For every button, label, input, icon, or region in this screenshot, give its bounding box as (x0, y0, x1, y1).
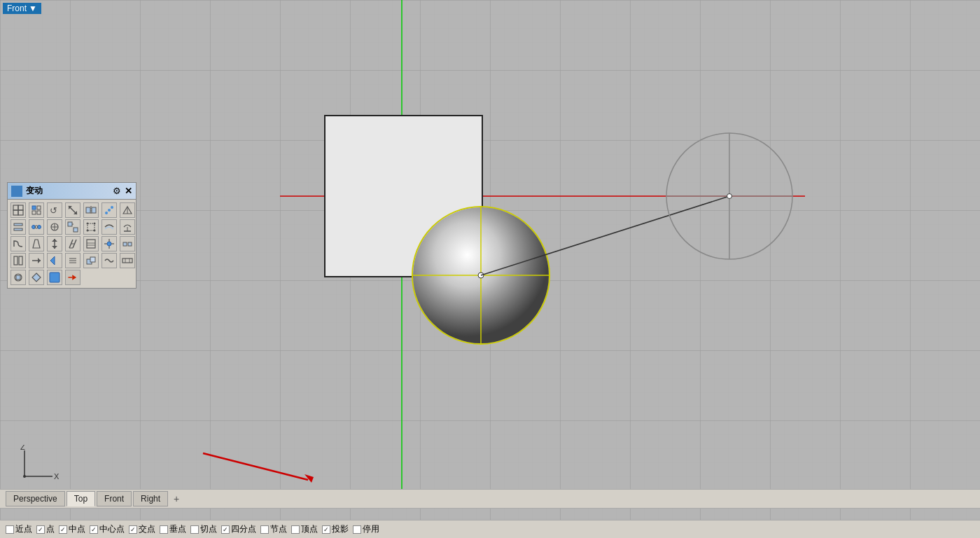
snap-checkbox-垂点[interactable] (160, 525, 168, 534)
snap-item-投影: 投影 (322, 523, 349, 535)
transform-panel: 变动 ⚙ ✕ ↺ (7, 182, 136, 289)
axis-indicator: Z X (10, 445, 59, 485)
transform-panel-close-button[interactable]: ✕ (125, 186, 132, 196)
grid-background (0, 0, 980, 538)
svg-rect-22 (18, 205, 23, 210)
snap-checkbox-切点[interactable] (190, 525, 199, 534)
svg-point-15 (727, 194, 732, 199)
tool-r22[interactable] (10, 253, 26, 268)
transform-panel-title: 变动 (26, 185, 109, 197)
tool-shear[interactable] (65, 236, 80, 251)
svg-marker-62 (52, 246, 57, 249)
tool-taper[interactable] (29, 236, 44, 251)
svg-rect-87 (122, 258, 132, 263)
tool-r30[interactable] (29, 270, 44, 285)
tool-red-arrow[interactable] (65, 270, 80, 285)
svg-rect-49 (68, 222, 72, 226)
snap-item-切点: 切点 (190, 523, 217, 535)
transform-panel-gear-icon[interactable]: ⚙ (113, 186, 121, 196)
svg-rect-75 (123, 242, 127, 246)
svg-point-54 (94, 223, 96, 225)
svg-rect-27 (32, 211, 36, 214)
tool-move[interactable] (29, 202, 44, 218)
tool-cage[interactable] (83, 219, 99, 235)
tool-distribute[interactable] (29, 219, 44, 235)
tool-r29[interactable] (10, 270, 26, 285)
viewport-label[interactable]: Front ▼ (3, 3, 41, 14)
snap-label-顶点: 顶点 (301, 523, 318, 535)
tool-r27[interactable] (102, 253, 117, 268)
tool-r25[interactable] (65, 253, 80, 268)
tool-r26[interactable] (83, 253, 99, 268)
tool-stretch[interactable] (47, 236, 62, 251)
tool-flow[interactable] (102, 219, 117, 235)
svg-point-36 (105, 212, 108, 214)
svg-rect-26 (37, 206, 41, 209)
snap-item-四分点: 四分点 (221, 523, 256, 535)
svg-rect-41 (14, 223, 22, 226)
svg-line-96 (203, 453, 308, 480)
tool-box-edit[interactable] (83, 236, 99, 251)
transform-panel-body: ↺ (8, 200, 136, 288)
transform-panel-header: 变动 ⚙ ✕ (8, 183, 136, 200)
tool-twist[interactable] (120, 219, 135, 235)
snap-label-交点: 交点 (139, 523, 155, 535)
svg-marker-61 (52, 239, 57, 242)
snap-item-顶点: 顶点 (291, 523, 318, 535)
snap-checkbox-停用[interactable] (353, 525, 361, 534)
snap-label-垂点: 垂点 (169, 523, 186, 535)
tool-scale[interactable] (65, 202, 80, 218)
transform-icon (11, 186, 22, 197)
snap-label-切点: 切点 (200, 523, 217, 535)
svg-marker-92 (32, 273, 41, 282)
svg-rect-23 (13, 210, 18, 215)
svg-point-53 (87, 223, 89, 225)
tab-front[interactable]: Front (97, 491, 132, 506)
tool-select[interactable] (10, 202, 26, 218)
svg-rect-93 (50, 273, 59, 282)
svg-rect-21 (13, 205, 18, 210)
snap-checkbox-近点[interactable] (6, 525, 14, 534)
tool-mirror[interactable] (83, 202, 99, 218)
svg-point-56 (94, 230, 96, 232)
snap-checkbox-中点[interactable] (59, 525, 67, 534)
snap-checkbox-投影[interactable] (322, 525, 330, 534)
tab-perspective[interactable]: Perspective (6, 491, 65, 506)
main-viewport[interactable]: Front ▼ Z X 变动 ⚙ ✕ ↺ (0, 0, 980, 538)
tool-orient[interactable] (47, 219, 62, 235)
tool-bend[interactable] (10, 236, 26, 251)
tool-r28[interactable] (120, 253, 135, 268)
viewport-label-arrow: ▼ (29, 4, 37, 13)
tab-add-button[interactable]: + (169, 492, 183, 506)
svg-marker-80 (38, 258, 41, 263)
tool-r24[interactable] (47, 253, 62, 268)
tool-project[interactable] (120, 202, 135, 218)
tool-rotate[interactable]: ↺ (47, 202, 62, 218)
snap-checkbox-点[interactable] (36, 525, 45, 534)
snap-label-中点: 中点 (69, 523, 85, 535)
tool-align[interactable] (10, 219, 26, 235)
tool-array[interactable] (102, 202, 117, 218)
tool-set-pt[interactable] (102, 236, 117, 251)
svg-marker-94 (72, 275, 76, 280)
snap-label-停用: 停用 (363, 523, 379, 535)
tab-top[interactable]: Top (66, 491, 95, 506)
snap-item-垂点: 垂点 (160, 523, 186, 535)
svg-marker-81 (50, 256, 55, 265)
snap-item-交点: 交点 (129, 523, 155, 535)
snap-checkbox-交点[interactable] (129, 525, 137, 534)
tab-right[interactable]: Right (133, 491, 168, 506)
snap-checkbox-四分点[interactable] (221, 525, 230, 534)
tool-r31[interactable] (47, 270, 62, 285)
snap-checkbox-顶点[interactable] (291, 525, 300, 534)
tool-moveUV[interactable] (120, 236, 135, 251)
svg-rect-77 (14, 256, 18, 265)
tool-transform2[interactable] (65, 219, 80, 235)
snap-checkbox-节点[interactable] (260, 525, 269, 534)
svg-rect-42 (14, 228, 22, 230)
svg-rect-25 (32, 206, 36, 209)
tool-r23[interactable] (29, 253, 44, 268)
svg-rect-86 (90, 257, 95, 262)
snap-checkbox-中心点[interactable] (90, 525, 98, 534)
snap-bar: 近点 点 中点 中心点 交点 垂点 切点 四分点 节点 顶点 投影 停 (0, 520, 980, 538)
